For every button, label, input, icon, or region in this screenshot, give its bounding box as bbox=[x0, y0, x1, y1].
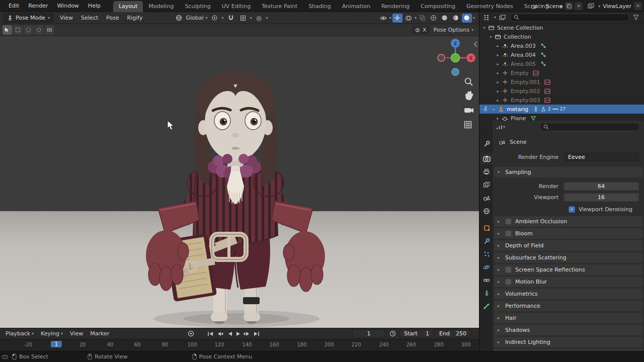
viewlayer-remove-button[interactable]: ✕ bbox=[634, 2, 642, 10]
scene-unlink-button[interactable]: ✕ bbox=[575, 2, 583, 10]
pose-options-dropdown[interactable]: Pose Options ▾ bbox=[434, 27, 473, 33]
outliner-row-metarig[interactable]: ▸ metarig 2 27 bbox=[479, 105, 644, 114]
expand-arrow[interactable]: ▸ bbox=[495, 53, 501, 57]
section-motion-blur[interactable]: ▸ Motion Blur bbox=[494, 277, 643, 287]
tab-bone[interactable] bbox=[480, 301, 493, 312]
pivot-point-dropdown[interactable] bbox=[210, 14, 220, 23]
section-checkbox[interactable] bbox=[505, 266, 512, 273]
menu-pose[interactable]: Pose bbox=[102, 14, 123, 22]
outliner-row-empty-002[interactable]: ▸ Empty.002 bbox=[479, 86, 644, 96]
proportional-edit-icon[interactable]: ◎ bbox=[254, 14, 264, 23]
shading-solid-button[interactable] bbox=[440, 14, 450, 23]
workspace-tab-animation[interactable]: Animation bbox=[337, 1, 376, 12]
section-subsurface-scattering[interactable]: ▸ Subsurface Scattering bbox=[494, 252, 643, 263]
workspace-tab-modeling[interactable]: Modeling bbox=[143, 1, 179, 12]
expand-arrow[interactable]: ▸ bbox=[495, 89, 501, 94]
show-gizmo-toggle[interactable] bbox=[392, 14, 403, 23]
section-checkbox[interactable] bbox=[505, 218, 512, 225]
workspace-tab-uv-editing[interactable]: UV Editing bbox=[216, 1, 256, 12]
section-bloom[interactable]: ▸ Bloom bbox=[494, 228, 643, 239]
visibility-dropdown[interactable] bbox=[378, 14, 388, 23]
viewlayer-selector-chevron[interactable]: ▾ bbox=[598, 4, 600, 9]
display-mode-icon[interactable] bbox=[499, 14, 506, 21]
xray-toggle[interactable] bbox=[418, 14, 428, 23]
menu-select[interactable]: Select bbox=[77, 14, 102, 22]
section-volumetrics[interactable]: ▸ Volumetrics bbox=[494, 289, 643, 299]
menu-render[interactable]: Render bbox=[24, 2, 52, 10]
workspace-tab-geometry-nodes[interactable]: Geometry Nodes bbox=[461, 1, 519, 12]
gizmo-minus-x-axis[interactable] bbox=[438, 54, 445, 61]
active-tool-icon[interactable] bbox=[3, 25, 12, 35]
outliner-row-plane[interactable]: ▸ Plane bbox=[479, 114, 644, 121]
scene-selector[interactable]: Scene bbox=[545, 3, 564, 10]
viewport-samples-field[interactable]: 16 bbox=[564, 193, 639, 202]
expand-arrow[interactable]: ▸ bbox=[495, 44, 501, 48]
filter-icon[interactable] bbox=[632, 14, 639, 21]
section-screen-space-reflections[interactable]: ▸ Screen Space Reflections bbox=[494, 264, 643, 275]
tab-render[interactable] bbox=[480, 153, 493, 164]
outliner-row-empty[interactable]: ▸ Empty bbox=[479, 68, 644, 77]
menu-marker[interactable]: Marker bbox=[87, 329, 113, 338]
current-frame-field[interactable]: 1 bbox=[352, 329, 385, 338]
outliner-row-area-004[interactable]: ▸ Area.004 bbox=[479, 50, 644, 59]
workspace-tab-shading[interactable]: Shading bbox=[303, 1, 337, 12]
tab-particles[interactable] bbox=[480, 248, 493, 260]
next-keyframe-button[interactable] bbox=[242, 330, 252, 338]
menu-keying[interactable]: Keying▾ bbox=[37, 329, 66, 338]
scene-selector-chevron[interactable]: ▾ bbox=[541, 4, 543, 9]
frame-start-field[interactable]: Start1 bbox=[399, 329, 434, 338]
tab-object[interactable] bbox=[480, 222, 493, 234]
preview-range-clock-button[interactable] bbox=[388, 330, 397, 338]
section-ambient-occlusion[interactable]: ▸ Ambient Occlusion bbox=[494, 216, 643, 227]
section-performance[interactable]: ▸ Performance bbox=[494, 301, 643, 311]
tool-option-icon-1[interactable] bbox=[13, 25, 23, 35]
tab-constraints[interactable] bbox=[480, 275, 493, 286]
prev-keyframe-button[interactable] bbox=[215, 330, 225, 338]
shading-rendered-button[interactable] bbox=[462, 14, 472, 23]
section-indirect-lighting[interactable]: ▸ Indirect Lighting bbox=[494, 337, 643, 347]
show-overlays-dropdown[interactable] bbox=[404, 14, 414, 23]
section-film[interactable]: ▸ Film bbox=[494, 349, 643, 351]
section-checkbox[interactable] bbox=[505, 230, 512, 237]
shading-wireframe-button[interactable] bbox=[429, 14, 439, 23]
outliner-row-area-005[interactable]: ▸ Area.005 bbox=[479, 59, 644, 68]
tab-output[interactable] bbox=[480, 166, 493, 177]
snap-magnet-icon[interactable] bbox=[226, 14, 236, 23]
outliner-row-collection[interactable]: ▾ Collection bbox=[479, 32, 644, 41]
frame-end-field[interactable]: End250 bbox=[435, 329, 471, 338]
expand-arrow[interactable]: ▾ bbox=[488, 35, 494, 39]
menu-edit[interactable]: Edit bbox=[4, 2, 24, 10]
tab-tool[interactable] bbox=[480, 138, 493, 149]
workspace-tab-compositing[interactable]: Compositing bbox=[415, 1, 461, 12]
tab-modifiers[interactable] bbox=[480, 235, 493, 247]
tool-option-icon-4[interactable] bbox=[45, 25, 54, 35]
timeline-ruler[interactable]: -20 20 40 60 80 100 120 140 160 180 200 … bbox=[0, 339, 479, 351]
render-engine-dropdown[interactable]: Eevee bbox=[564, 153, 639, 161]
section-hair[interactable]: ▸ Hair bbox=[494, 313, 643, 323]
expand-arrow[interactable]: ▸ bbox=[495, 98, 501, 103]
tab-physics[interactable] bbox=[480, 261, 493, 273]
viewport-denoising-checkbox[interactable] bbox=[569, 206, 575, 213]
viewport-3d[interactable]: Z X bbox=[0, 36, 479, 328]
mode-dropdown[interactable]: Pose Mode ▾ bbox=[3, 13, 54, 23]
expand-arrow[interactable]: ▸ bbox=[491, 107, 497, 112]
mirror-x-toggle[interactable]: X bbox=[412, 26, 430, 34]
workspace-tab-layout[interactable]: Layout bbox=[113, 1, 143, 12]
outliner-row-empty-001[interactable]: ▸ Empty.001 bbox=[479, 77, 644, 86]
shading-dropdown[interactable]: ▾ bbox=[473, 16, 475, 20]
menu-help[interactable]: Help bbox=[84, 2, 105, 10]
current-frame-indicator[interactable]: 1 bbox=[51, 341, 62, 347]
auto-keying-toggle[interactable] bbox=[186, 330, 196, 338]
expand-arrow[interactable]: ▾ bbox=[481, 26, 487, 30]
outliner-row-area-003[interactable]: ▸ Area.003 bbox=[479, 41, 644, 50]
section-checkbox[interactable] bbox=[505, 279, 512, 285]
orientation-dropdown[interactable]: Global bbox=[186, 15, 203, 21]
render-samples-field[interactable]: 64 bbox=[564, 182, 639, 191]
jump-to-start-button[interactable] bbox=[205, 330, 215, 338]
tab-view-layer[interactable] bbox=[480, 179, 493, 191]
viewlayer-selector[interactable]: ViewLayer bbox=[602, 3, 632, 10]
properties-search-input[interactable] bbox=[539, 123, 640, 131]
snap-settings-dropdown[interactable] bbox=[238, 14, 248, 23]
workspace-tab-rendering[interactable]: Rendering bbox=[376, 1, 415, 12]
expand-arrow[interactable]: ▸ bbox=[495, 71, 501, 75]
